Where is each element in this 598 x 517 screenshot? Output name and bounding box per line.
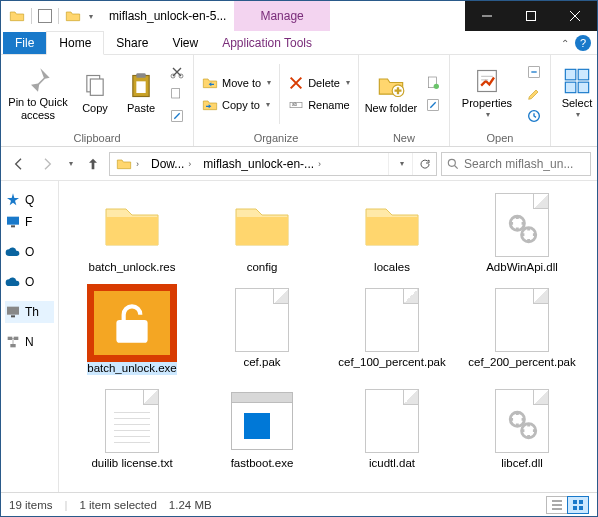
search-input[interactable] — [464, 157, 586, 171]
title-bar: ▾ miflash_unlock-en-5... Manage — [1, 1, 597, 31]
move-to-button[interactable]: Move to▾ — [198, 73, 275, 93]
breadcrumb-current[interactable]: miflash_unlock-en-...› — [197, 153, 327, 175]
breadcrumb-root[interactable]: › — [110, 153, 145, 175]
view-tab[interactable]: View — [160, 32, 210, 54]
ribbon: Pin to Quick access Copy Paste Clipboard — [1, 55, 597, 147]
file-icon — [222, 286, 302, 354]
file-item[interactable]: fastboot.exe — [199, 383, 325, 474]
copy-to-button[interactable]: Copy to▾ — [198, 95, 275, 115]
home-tab[interactable]: Home — [46, 31, 104, 55]
pin-to-quick-access-button[interactable]: Pin to Quick access — [5, 59, 71, 129]
edit-icon — [526, 86, 542, 102]
paste-shortcut-button[interactable] — [165, 106, 189, 126]
details-view-button[interactable] — [546, 496, 568, 514]
file-name: duilib license.txt — [91, 457, 172, 470]
separator — [58, 8, 59, 24]
nav-fa[interactable]: F — [5, 211, 54, 233]
file-item[interactable]: config — [199, 187, 325, 278]
qat-checkbox[interactable] — [38, 9, 52, 23]
delete-icon — [288, 75, 304, 91]
svg-rect-25 — [11, 225, 15, 227]
search-icon — [446, 157, 460, 171]
qat-dropdown[interactable]: ▾ — [89, 12, 93, 21]
file-item[interactable]: duilib license.txt — [69, 383, 195, 474]
file-tab[interactable]: File — [3, 32, 46, 54]
file-list[interactable]: batch_unlock.resconfiglocalesAdbWinApi.d… — [59, 181, 597, 492]
recent-locations-button[interactable]: ▾ — [63, 152, 77, 176]
app-tools-tab[interactable]: Application Tools — [210, 32, 324, 54]
refresh-button[interactable] — [412, 152, 436, 176]
copy-button[interactable]: Copy — [73, 59, 117, 129]
svg-rect-22 — [578, 82, 589, 93]
forward-button[interactable] — [35, 152, 59, 176]
folder-open-icon[interactable] — [65, 8, 81, 24]
breadcrumb-downloads[interactable]: Dow...› — [145, 153, 197, 175]
help-button[interactable]: ? — [575, 35, 591, 51]
share-tab[interactable]: Share — [104, 32, 160, 54]
history-button[interactable] — [522, 106, 546, 126]
dll-icon — [482, 191, 562, 259]
pin-label: Pin to Quick access — [5, 96, 71, 120]
properties-button[interactable]: Properties ▾ — [454, 59, 520, 129]
svg-rect-2 — [90, 79, 103, 95]
file-item[interactable]: batch_unlock.exe — [69, 282, 195, 379]
file-item[interactable]: locales — [329, 187, 455, 278]
move-to-label: Move to — [222, 77, 261, 89]
organize-group: Move to▾ Copy to▾ Delete▾ ab Rename Or — [194, 55, 359, 146]
file-item[interactable]: cef.pak — [199, 282, 325, 379]
nav-onedrive[interactable]: O — [5, 241, 54, 263]
nav-this-pc[interactable]: Th — [5, 301, 54, 323]
svg-rect-28 — [8, 337, 13, 340]
pc-icon — [5, 304, 21, 320]
open-group-label: Open — [454, 130, 546, 146]
ribbon-tabs: File Home Share View Application Tools ⌃… — [1, 31, 597, 55]
clipboard-group: Pin to Quick access Copy Paste Clipboard — [1, 55, 194, 146]
icons-view-button[interactable] — [567, 496, 589, 514]
file-item[interactable]: cef_200_percent.pak — [459, 282, 585, 379]
file-item[interactable]: libcef.dll — [459, 383, 585, 474]
file-item[interactable]: AdbWinApi.dll — [459, 187, 585, 278]
back-button[interactable] — [7, 152, 31, 176]
svg-rect-37 — [573, 500, 577, 504]
new-item-button[interactable] — [421, 73, 445, 93]
navigation-pane[interactable]: Q F O O Th N — [1, 181, 59, 492]
copy-path-button[interactable] — [165, 84, 189, 104]
minimize-ribbon-icon[interactable]: ⌃ — [561, 38, 569, 49]
file-item[interactable]: icudtl.dat — [329, 383, 455, 474]
file-item[interactable]: batch_unlock.res — [69, 187, 195, 278]
file-name: batch_unlock.res — [89, 261, 176, 274]
delete-button[interactable]: Delete▾ — [284, 73, 354, 93]
address-bar[interactable]: › Dow...› miflash_unlock-en-...› ▾ — [109, 152, 437, 176]
new-folder-button[interactable]: New folder — [363, 59, 419, 129]
file-icon — [352, 387, 432, 455]
move-to-icon — [202, 75, 218, 91]
nav-network[interactable]: N — [5, 331, 54, 353]
copy-path-icon — [169, 86, 185, 102]
history-icon — [526, 108, 542, 124]
paste-icon — [127, 72, 155, 100]
svg-rect-0 — [527, 12, 536, 21]
folder-icon — [116, 156, 132, 172]
edit-button[interactable] — [522, 84, 546, 104]
dll-icon — [482, 387, 562, 455]
open-button[interactable] — [522, 62, 546, 82]
nav-quick-access[interactable]: Q — [5, 189, 54, 211]
file-item[interactable]: cef_100_percent.pak — [329, 282, 455, 379]
search-box[interactable] — [441, 152, 591, 176]
up-button[interactable] — [81, 152, 105, 176]
rename-button[interactable]: ab Rename — [284, 95, 354, 115]
file-name: cef_100_percent.pak — [338, 356, 445, 369]
address-dropdown[interactable]: ▾ — [388, 152, 412, 176]
file-name: cef_200_percent.pak — [468, 356, 575, 369]
cloud-icon — [5, 244, 21, 260]
easy-access-button[interactable] — [421, 95, 445, 115]
svg-text:ab: ab — [292, 102, 298, 107]
select-button[interactable]: Select ▾ — [555, 59, 598, 129]
close-button[interactable] — [553, 1, 597, 31]
nav-onedrive-2[interactable]: O — [5, 271, 54, 293]
cut-button[interactable] — [165, 62, 189, 82]
cut-icon — [169, 64, 185, 80]
paste-button[interactable]: Paste — [119, 59, 163, 129]
minimize-button[interactable] — [465, 1, 509, 31]
maximize-button[interactable] — [509, 1, 553, 31]
